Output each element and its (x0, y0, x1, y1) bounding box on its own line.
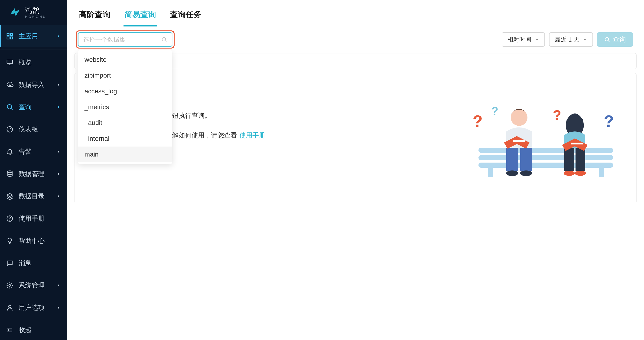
svg-text:?: ? (473, 112, 483, 130)
sidebar-user-options[interactable]: 用户选项 (0, 296, 67, 319)
sidebar-dashboard[interactable]: 仪表板 (0, 118, 67, 140)
brand-name-cn: 鸿鹄 (25, 6, 46, 15)
svg-point-31 (506, 170, 518, 176)
main-content: 高阶查询 简易查询 查询任务 website zipimport access_… (67, 0, 644, 340)
search-icon (161, 36, 167, 42)
chevron-down-icon (583, 37, 587, 42)
tab-query-tasks[interactable]: 查询任务 (169, 5, 202, 26)
dataset-option-access-log[interactable]: access_log (78, 83, 172, 99)
sidebar-overview[interactable]: 概览 (0, 51, 67, 74)
search-icon (6, 103, 14, 111)
svg-rect-15 (478, 155, 613, 160)
help-icon (6, 215, 14, 222)
sidebar-data-catalog[interactable]: 数据目录 (0, 185, 67, 208)
svg-rect-24 (506, 148, 518, 171)
sidebar-manual[interactable]: 使用手册 (0, 208, 67, 230)
dataset-select[interactable] (78, 32, 172, 47)
user-icon (6, 304, 14, 312)
svg-point-34 (575, 171, 586, 176)
settings-icon (6, 282, 14, 289)
svg-rect-14 (478, 148, 613, 153)
sidebar: 鸿鹄 HONGHU 主应用 概览 数据导入 (0, 0, 67, 340)
time-range-select[interactable]: 最近 1 天 (549, 32, 593, 47)
sidebar-item-label: 数据管理 (18, 170, 57, 178)
sidebar-help-center[interactable]: 帮助中心 (0, 230, 67, 252)
svg-rect-25 (520, 148, 532, 171)
sidebar-nav: 主应用 概览 数据导入 查询 仪表板 (0, 25, 67, 340)
chevron-right-icon (57, 150, 61, 154)
svg-text:?: ? (553, 107, 561, 123)
sidebar-item-label: 查询 (18, 103, 57, 112)
logo-icon (8, 6, 21, 18)
svg-point-5 (7, 104, 12, 109)
sidebar-item-label: 系统管理 (18, 281, 57, 290)
dataset-option-main[interactable]: main (78, 146, 172, 162)
brand-name-en: HONGHU (25, 15, 46, 18)
sidebar-item-label: 数据导入 (18, 80, 57, 89)
chevron-right-icon (57, 306, 61, 310)
svg-point-12 (162, 38, 166, 41)
dataset-select-input[interactable] (83, 36, 161, 43)
chevron-right-icon (57, 34, 61, 38)
chevron-right-icon (57, 283, 61, 288)
dataset-option-internal[interactable]: _internal (78, 131, 172, 146)
query-tabs: 高阶查询 简易查询 查询任务 (67, 0, 644, 27)
sidebar-messages[interactable]: 消息 (0, 252, 67, 274)
sidebar-data-import[interactable]: 数据导入 (0, 74, 67, 96)
bell-icon (6, 148, 14, 155)
sidebar-item-label: 消息 (18, 259, 61, 268)
chevron-right-icon (57, 105, 61, 109)
dataset-option-website[interactable]: website (78, 52, 172, 68)
brand-logo: 鸿鹄 HONGHU (0, 0, 67, 25)
dataset-option-zipimport[interactable]: zipimport (78, 68, 172, 83)
svg-rect-18 (599, 168, 604, 177)
time-mode-label: 相对时间 (507, 36, 532, 44)
cloud-upload-icon (6, 81, 14, 88)
sidebar-item-label: 使用手册 (18, 214, 61, 223)
dataset-option-audit[interactable]: _audit (78, 115, 172, 131)
svg-point-23 (511, 109, 528, 126)
time-mode-select[interactable]: 相对时间 (502, 32, 545, 47)
sidebar-collapse[interactable]: 收起 (0, 319, 67, 340)
chat-icon (6, 260, 14, 267)
sidebar-alert[interactable]: 告警 (0, 140, 67, 163)
sidebar-data-manage[interactable]: 数据管理 (0, 163, 67, 185)
empty-state-illustration: ? ? ? ? (464, 92, 627, 180)
svg-point-7 (7, 171, 12, 173)
search-icon (604, 36, 610, 42)
dataset-dropdown: website zipimport access_log _metrics _a… (78, 50, 172, 164)
svg-rect-1 (10, 34, 12, 36)
grid-icon (6, 32, 14, 40)
svg-point-9 (10, 220, 10, 220)
svg-text:?: ? (491, 105, 498, 118)
sidebar-query[interactable]: 查询 (0, 96, 67, 118)
svg-rect-0 (7, 34, 9, 36)
svg-rect-28 (564, 148, 574, 171)
svg-point-13 (605, 38, 608, 41)
svg-rect-2 (7, 37, 9, 39)
svg-rect-26 (513, 140, 525, 142)
svg-text:?: ? (604, 112, 614, 130)
svg-rect-4 (7, 60, 12, 64)
sidebar-system[interactable]: 系统管理 (0, 274, 67, 296)
sidebar-item-label: 概览 (18, 58, 61, 67)
svg-point-33 (564, 171, 575, 176)
query-button[interactable]: 查询 (597, 32, 633, 47)
sidebar-item-label: 告警 (18, 147, 57, 156)
chevron-right-icon (57, 172, 61, 176)
sidebar-main-app[interactable]: 主应用 (0, 25, 67, 48)
query-button-label: 查询 (613, 35, 626, 44)
svg-rect-3 (10, 37, 12, 39)
manual-link[interactable]: 使用手册 (239, 131, 265, 140)
dataset-select-wrap: website zipimport access_log _metrics _a… (78, 32, 172, 47)
tab-advanced-query[interactable]: 高阶查询 (78, 5, 112, 26)
sidebar-item-label: 帮助中心 (18, 236, 61, 245)
chevron-right-icon (57, 194, 61, 198)
svg-point-32 (520, 170, 532, 176)
tab-simple-query[interactable]: 简易查询 (124, 5, 157, 26)
svg-rect-29 (576, 148, 585, 171)
sidebar-item-label: 仪表板 (18, 125, 61, 134)
svg-rect-30 (571, 142, 583, 144)
svg-rect-16 (478, 162, 613, 168)
dataset-option-metrics[interactable]: _metrics (78, 99, 172, 115)
